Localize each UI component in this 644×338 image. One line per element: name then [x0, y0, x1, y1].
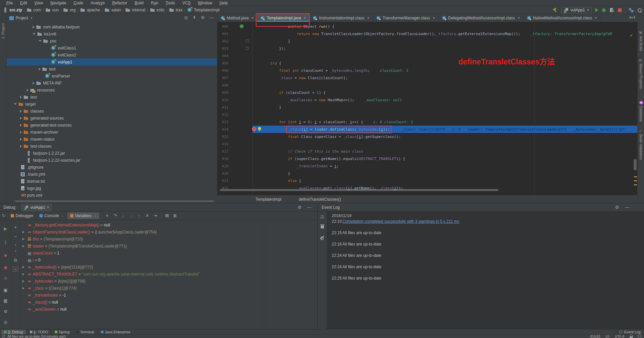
- menu-item-code[interactable]: Code: [70, 1, 87, 5]
- tree-item-classes[interactable]: classes: [7, 108, 217, 115]
- gutter-zone[interactable]: [228, 162, 253, 170]
- code-line-411[interactable]: 411 }: [217, 104, 637, 111]
- line-number[interactable]: 412: [217, 113, 228, 117]
- nav-crumb[interactable]: org: [63, 7, 75, 13]
- variable-row[interactable]: ▶loader = {TemplatesImpl$TransletClassLo…: [21, 242, 317, 249]
- event-log-settings-button[interactable]: ⚙: [615, 205, 619, 210]
- variable-row[interactable]: ▶∞_class = {Class[1]@774}: [21, 285, 317, 292]
- chevron-right-icon[interactable]: [33, 26, 34, 28]
- code-line-410[interactable]: 410 _auxClasses = new HashMap<>();_auxCl…: [217, 96, 637, 104]
- gutter-zone[interactable]: ⌃: [228, 45, 253, 52]
- run-with-coverage-button[interactable]: [610, 8, 615, 13]
- line-number[interactable]: 413: [217, 120, 228, 124]
- stop-button[interactable]: ■: [0, 253, 11, 258]
- code-line-420[interactable]: 420 }: [217, 170, 637, 177]
- code-line-421[interactable]: 421 else {: [217, 177, 637, 184]
- move-watch-down-button[interactable]: ▼: [11, 249, 20, 253]
- gutter-zone[interactable]: [228, 133, 253, 140]
- notification-settings-icon[interactable]: ☑: [318, 215, 327, 219]
- breakpoint-icon[interactable]: ✓: [252, 127, 256, 131]
- close-icon[interactable]: ×: [47, 205, 49, 210]
- line-number[interactable]: 419: [217, 164, 228, 168]
- code-line-409[interactable]: 409 if (classCount > 1) {: [217, 89, 637, 96]
- code-line-418[interactable]: 418 if (superClass.getName().equals(ABST…: [217, 155, 637, 162]
- project-horizontal-scrollbar[interactable]: [15, 200, 214, 202]
- variable-row[interactable]: ▶∞ABSTRACT_TRANSLET = "com.sun.org.apach…: [21, 271, 317, 278]
- code-line-417[interactable]: 417 // Check if this is the main class: [217, 148, 637, 155]
- stop-button[interactable]: [618, 8, 622, 12]
- tool-stripe-project[interactable]: 1: Project: [1, 23, 5, 39]
- menu-item-navigate[interactable]: Navigate: [47, 1, 70, 5]
- toolwindow-button-spring[interactable]: Spring: [52, 330, 72, 334]
- chevron-down-icon[interactable]: ▼: [30, 17, 33, 20]
- code-line-400[interactable]: 400 public Object run() {: [217, 23, 637, 30]
- line-number[interactable]: 418: [217, 157, 228, 161]
- clear-log-button[interactable]: [321, 225, 324, 228]
- force-step-into-button[interactable]: ↓: [128, 213, 135, 218]
- code-line-415[interactable]: 415 final Class superClass = _class[i].g…: [217, 133, 637, 140]
- tree-item-maven-status[interactable]: maven-status: [7, 136, 217, 143]
- expand-arrow-icon[interactable]: ▶: [21, 280, 26, 283]
- caret-position[interactable]: 414:63: [590, 335, 600, 338]
- code-line-405[interactable]: 405 try {: [217, 59, 637, 67]
- step-over-button[interactable]: ↷: [112, 213, 119, 218]
- intention-bulb-icon[interactable]: [258, 127, 261, 130]
- fold-marker-icon[interactable]: ⌃: [246, 47, 249, 50]
- toolwindow-button-6-todo[interactable]: 6: TODO: [27, 330, 51, 334]
- line-number[interactable]: 400: [217, 24, 228, 29]
- gutter-zone[interactable]: [228, 111, 253, 118]
- gutter-zone[interactable]: [228, 52, 253, 59]
- debug-button[interactable]: [602, 8, 606, 12]
- variable-row[interactable]: 01i = 0: [21, 257, 317, 264]
- variable-row[interactable]: 01classCount = 1: [21, 249, 317, 257]
- chevron-right-icon[interactable]: [20, 145, 22, 148]
- line-number[interactable]: 408: [217, 83, 228, 88]
- toolwindow-toggle-icon[interactable]: [2, 335, 5, 338]
- tool-stripe-ant-build[interactable]: Ant Build: [639, 36, 643, 51]
- line-number[interactable]: 417: [217, 149, 228, 154]
- gutter-zone[interactable]: [228, 74, 253, 81]
- line-number[interactable]: 421: [217, 179, 228, 183]
- locate-file-button[interactable]: ◎: [184, 15, 188, 20]
- hidden-tabs-dropdown[interactable]: ▾≡4: [629, 15, 635, 20]
- nav-crumb[interactable]: xsltc: [150, 7, 165, 13]
- variable-row[interactable]: ▶this = {TemplatesImpl@710}: [21, 235, 317, 242]
- line-number[interactable]: 411: [217, 105, 228, 110]
- debug-session-tab[interactable]: vulApp1 ×: [21, 203, 52, 211]
- variable-row[interactable]: ▶∞_bytecodes = {byte[1][]@756}: [21, 278, 317, 285]
- line-number[interactable]: 405: [217, 61, 228, 65]
- event-log-hide-button[interactable]: —: [625, 205, 629, 210]
- chevron-right-icon[interactable]: [20, 131, 22, 134]
- collapse-all-button[interactable]: ⇞: [192, 15, 196, 20]
- close-icon[interactable]: ×: [304, 16, 306, 20]
- gutter-zone[interactable]: [228, 148, 253, 155]
- tool-stripe-database[interactable]: Database: [639, 106, 643, 122]
- event-log-link[interactable]: Compilation completed successfully with …: [342, 219, 459, 224]
- code-line-403[interactable]: 403⌃ });: [217, 45, 637, 52]
- code-line-401[interactable]: 401 return new TransletClassLoader(Objec…: [217, 30, 637, 37]
- tree-item-test[interactable]: test: [7, 94, 217, 101]
- restore-layout-button[interactable]: ▦: [0, 298, 11, 303]
- project-panel-title[interactable]: Project: [16, 16, 28, 20]
- code-line-419[interactable]: 419 _transletIndex = i;: [217, 162, 637, 170]
- line-number[interactable]: 402: [217, 39, 228, 43]
- close-icon[interactable]: ×: [518, 16, 520, 20]
- event-log-button[interactable]: Event Log: [619, 330, 641, 334]
- variable-row[interactable]: ∞_transletIndex = -1: [21, 292, 317, 299]
- gutter-zone[interactable]: [228, 155, 253, 162]
- toolwindow-button-terminal[interactable]: Terminal: [73, 330, 97, 334]
- gutter-zone[interactable]: [228, 23, 253, 30]
- code-line-407[interactable]: 407 _class = new Class[classCount];: [217, 74, 637, 81]
- line-ending-indicator[interactable]: LF: [606, 335, 610, 338]
- tool-stripe-bean-validation[interactable]: Bean Validation: [639, 134, 643, 160]
- hide-panel-button[interactable]: —: [209, 15, 214, 20]
- line-number[interactable]: 415: [217, 135, 228, 139]
- expand-arrow-icon[interactable]: ▶: [21, 266, 26, 269]
- step-into-button[interactable]: ↓: [120, 213, 127, 218]
- editor-tab-Method.java[interactable]: Method.java×: [217, 14, 257, 22]
- menu-item-build[interactable]: Build: [131, 1, 147, 5]
- code-line-402[interactable]: 402⌃ }: [217, 37, 637, 45]
- tree-item-com.alibaba.fastjson[interactable]: com.alibaba.fastjson: [7, 23, 217, 30]
- build-hammer-icon[interactable]: [552, 7, 558, 13]
- gutter-zone[interactable]: [228, 59, 253, 67]
